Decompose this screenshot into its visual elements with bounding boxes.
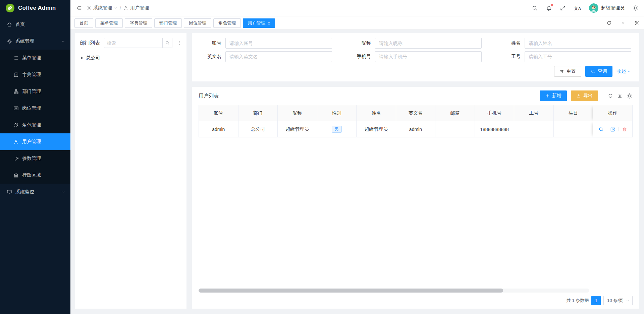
- col-account[interactable]: 账号: [199, 105, 238, 121]
- collapse-form-link[interactable]: 收起: [616, 68, 631, 74]
- table-toolbar-actions: 新增 导出: [540, 90, 633, 101]
- scrollbar-thumb[interactable]: [199, 289, 503, 293]
- tab-user-mgmt[interactable]: 用户管理 x: [243, 18, 275, 28]
- sidebar-item-system-mgmt[interactable]: 系统管理: [0, 33, 70, 50]
- sidebar-collapse-button[interactable]: [76, 5, 82, 11]
- sidebar-item-param-mgmt[interactable]: 参数管理: [0, 150, 70, 167]
- view-button[interactable]: [598, 127, 604, 132]
- breadcrumb-current[interactable]: 用户管理: [123, 5, 149, 11]
- content-fullscreen-button[interactable]: [630, 16, 644, 29]
- tab-dept-mgmt[interactable]: 部门管理: [154, 18, 182, 28]
- table-row[interactable]: admin 总公司 超级管理员 男 超级管理员 admin 1888888888…: [199, 121, 633, 137]
- global-search-button[interactable]: [532, 5, 538, 11]
- refresh-tab-button[interactable]: [602, 16, 616, 29]
- app-logo[interactable]: Coffee Admin: [0, 0, 70, 16]
- tab-role-mgmt[interactable]: 角色管理: [213, 18, 241, 28]
- tree-node-root[interactable]: 总公司: [79, 52, 182, 64]
- sidebar-item-menu-mgmt[interactable]: 菜单管理: [0, 50, 70, 66]
- phone-input[interactable]: [375, 51, 482, 62]
- table-title: 用户列表: [199, 93, 219, 99]
- col-birthday[interactable]: 生日: [553, 105, 593, 121]
- refresh-table-button[interactable]: [608, 93, 613, 99]
- horizontal-scrollbar[interactable]: [199, 289, 589, 293]
- sidebar-item-dict-mgmt[interactable]: 字典管理: [0, 66, 70, 83]
- add-user-button[interactable]: 新增: [540, 90, 567, 101]
- work-no-input[interactable]: [525, 51, 631, 62]
- gear-icon: [627, 93, 633, 99]
- tab-dict-mgmt[interactable]: 字典管理: [125, 18, 152, 28]
- table-header-row: 账号 部门 昵称 性别 姓名 英文名 邮箱 手机号 工号 生日 操作: [199, 105, 633, 121]
- search-form: 账号 昵称 姓名 英文名: [192, 33, 639, 62]
- menu-fold-icon: [76, 5, 82, 11]
- row-density-button[interactable]: [617, 93, 623, 99]
- edit-button[interactable]: [610, 127, 615, 132]
- tab-post-mgmt[interactable]: 岗位管理: [184, 18, 211, 28]
- sidebar-item-system-monitor[interactable]: 系统监控: [0, 184, 70, 200]
- tab-close-icon[interactable]: x: [268, 21, 270, 25]
- notifications-button[interactable]: [546, 5, 552, 11]
- account-input[interactable]: [225, 38, 332, 49]
- tab-menu-mgmt[interactable]: 菜单管理: [95, 18, 123, 28]
- expand-icon: [560, 5, 566, 11]
- sidebar-item-post-mgmt[interactable]: 岗位管理: [0, 100, 70, 117]
- field-phone: 手机号: [350, 51, 482, 62]
- caret-right-icon[interactable]: [81, 57, 83, 59]
- refresh-icon: [606, 20, 612, 26]
- col-en-name[interactable]: 英文名: [396, 105, 435, 121]
- cell-birthday: [553, 121, 593, 137]
- gender-tag: 男: [332, 126, 342, 133]
- name-input[interactable]: [525, 38, 631, 49]
- col-dept[interactable]: 部门: [238, 105, 278, 121]
- cell-nickname: 超级管理员: [278, 121, 317, 137]
- col-email[interactable]: 邮箱: [435, 105, 475, 121]
- en-name-input[interactable]: [225, 51, 332, 62]
- cell-account: admin: [199, 121, 238, 137]
- gear-icon: [87, 6, 91, 10]
- user-menu[interactable]: 超级管理员: [589, 3, 625, 13]
- app-title: Coffee Admin: [18, 5, 56, 11]
- sidebar-item-home[interactable]: 首页: [0, 16, 70, 33]
- language-switch-button[interactable]: 文A: [574, 6, 581, 10]
- page-size-select[interactable]: 10 条/页: [603, 296, 633, 305]
- tab-home[interactable]: 首页: [74, 18, 93, 28]
- col-gender[interactable]: 性别: [317, 105, 357, 121]
- export-button[interactable]: 导出: [571, 90, 598, 101]
- department-search-button[interactable]: [162, 38, 172, 48]
- col-phone[interactable]: 手机号: [475, 105, 514, 121]
- gear-icon: [633, 5, 639, 11]
- monitor-icon: [7, 189, 12, 195]
- sidebar-item-user-mgmt[interactable]: 用户管理: [0, 133, 70, 150]
- department-search-input[interactable]: [104, 38, 162, 48]
- cell-email: [435, 121, 475, 137]
- delete-button[interactable]: [622, 127, 627, 132]
- col-work-no[interactable]: 工号: [514, 105, 554, 121]
- reset-button[interactable]: 重置: [554, 66, 581, 77]
- tabbar-actions: [602, 16, 644, 29]
- col-operations[interactable]: 操作: [593, 105, 633, 121]
- cell-name: 超级管理员: [357, 121, 396, 137]
- query-button[interactable]: 查询: [585, 66, 612, 77]
- nickname-input[interactable]: [375, 38, 482, 49]
- column-settings-button[interactable]: [627, 93, 633, 99]
- col-nickname[interactable]: 昵称: [278, 105, 317, 121]
- field-label: 英文名: [200, 54, 221, 60]
- sidebar-item-label: 用户管理: [22, 139, 41, 145]
- field-work-no: 工号: [499, 51, 631, 62]
- page-button-1[interactable]: 1: [591, 296, 601, 305]
- fullscreen-button[interactable]: [560, 5, 566, 11]
- main-area: 系统管理 / 用户管理: [70, 0, 644, 314]
- topbar: 系统管理 / 用户管理: [70, 0, 644, 16]
- sidebar-item-admin-region[interactable]: 行政区域: [0, 167, 70, 184]
- sidebar-item-dept-mgmt[interactable]: 部门管理: [0, 83, 70, 100]
- pagination: 共 1 条数据 1 10 条/页: [199, 293, 633, 309]
- sidebar-menu: 首页 系统管理 菜单管理 字典管理 部门管理: [0, 16, 70, 200]
- sidebar-item-role-mgmt[interactable]: 角色管理: [0, 117, 70, 133]
- breadcrumb-parent[interactable]: 系统管理: [87, 5, 117, 11]
- department-more-button[interactable]: [176, 40, 182, 46]
- cell-dept: 总公司: [238, 121, 278, 137]
- settings-button[interactable]: [633, 5, 639, 11]
- download-icon: [576, 93, 581, 98]
- col-name[interactable]: 姓名: [357, 105, 396, 121]
- page-content: 部门列表 总公司: [70, 30, 644, 314]
- tab-options-button[interactable]: [616, 16, 630, 29]
